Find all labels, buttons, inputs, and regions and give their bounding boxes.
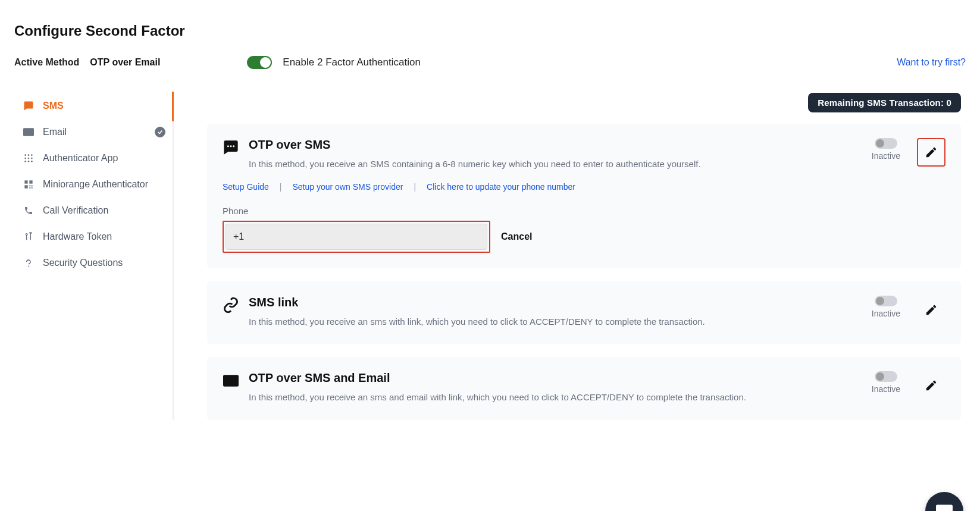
email-icon [23, 128, 35, 136]
status-text: Inactive [872, 309, 900, 318]
phone-form-group: Phone Cancel [223, 206, 945, 253]
phone-input-highlight [223, 221, 490, 253]
sidebar-item-hardware-token[interactable]: Hardware Token [14, 224, 173, 250]
sidebar-item-label: Hardware Token [43, 231, 112, 242]
svg-rect-14 [29, 187, 30, 189]
method-title: OTP over SMS and Email [249, 371, 862, 385]
svg-point-16 [26, 234, 27, 236]
sidebar-item-security-questions[interactable]: Security Questions [14, 250, 173, 276]
sidebar-item-label: Miniorange Authenticator [43, 179, 148, 190]
svg-rect-10 [29, 180, 32, 183]
status-text: Inactive [872, 151, 900, 161]
token-icon [23, 232, 35, 242]
method-active-toggle[interactable] [875, 371, 897, 382]
pencil-icon [925, 379, 938, 392]
sidebar-item-label: Call Verification [43, 205, 108, 216]
method-title: OTP over SMS [249, 138, 862, 152]
sidebar: SMS Email Authenticator App [14, 93, 174, 420]
email-icon [223, 372, 239, 389]
sidebar-item-label: Security Questions [43, 258, 123, 268]
svg-point-0 [24, 154, 26, 156]
sidebar-item-email[interactable]: Email [14, 119, 173, 145]
enable-2fa-label: Enable 2 Factor Authentication [283, 57, 421, 68]
remaining-sms-badge: Remaining SMS Transaction: 0 [808, 93, 961, 112]
method-status: Inactive [872, 371, 900, 394]
method-active-toggle[interactable] [875, 296, 897, 306]
main-content: Remaining SMS Transaction: 0 OTP over SM… [179, 93, 966, 420]
phone-icon [23, 206, 35, 215]
question-icon [23, 258, 35, 268]
method-active-toggle[interactable] [875, 138, 897, 149]
update-phone-link[interactable]: Click here to update your phone number [427, 182, 575, 192]
separator: | [280, 182, 282, 192]
svg-point-3 [24, 158, 26, 159]
method-description: In this method, you receive an sms with … [249, 315, 862, 329]
svg-point-18 [227, 145, 229, 147]
svg-point-19 [230, 145, 231, 147]
setup-own-provider-link[interactable]: Setup your own SMS provider [292, 182, 403, 192]
sidebar-item-call-verification[interactable]: Call Verification [14, 197, 173, 224]
grid-icon [23, 153, 35, 163]
chat-icon [23, 101, 35, 111]
qr-icon [23, 180, 35, 189]
enable-2fa-toggle[interactable] [247, 56, 272, 69]
method-description: In this method, you receive an SMS conta… [249, 158, 862, 171]
sidebar-item-label: Email [43, 127, 67, 137]
sidebar-item-sms[interactable]: SMS [14, 93, 173, 119]
sidebar-item-label: SMS [43, 101, 64, 111]
svg-point-20 [233, 145, 234, 147]
cancel-button[interactable]: Cancel [501, 231, 532, 242]
separator: | [414, 182, 416, 192]
active-method-label: Active Method [14, 57, 79, 68]
setup-guide-link[interactable]: Setup Guide [223, 182, 269, 192]
svg-point-1 [28, 154, 30, 156]
svg-rect-13 [32, 185, 33, 186]
active-method-value: OTP over Email [90, 57, 160, 68]
sidebar-item-miniorange-auth[interactable]: Miniorange Authenticator [14, 171, 173, 197]
sidebar-item-authenticator-app[interactable]: Authenticator App [14, 145, 173, 171]
pencil-icon [925, 146, 938, 159]
want-to-try-link[interactable]: Want to try first? [897, 57, 966, 68]
phone-input[interactable] [226, 224, 487, 250]
setup-links-row: Setup Guide | Setup your own SMS provide… [223, 182, 945, 192]
method-status: Inactive [872, 138, 900, 161]
svg-rect-9 [24, 180, 27, 183]
method-card-sms-link: SMS link In this method, you receive an … [207, 281, 961, 344]
phone-label: Phone [223, 206, 945, 216]
link-icon [223, 297, 239, 314]
method-card-otp-sms: OTP over SMS In this method, you receive… [207, 124, 961, 268]
svg-rect-11 [24, 185, 27, 188]
svg-point-8 [31, 161, 33, 162]
method-description: In this method, you receive an sms and e… [249, 391, 862, 405]
header-row: Active Method OTP over Email Enable 2 Fa… [14, 56, 966, 69]
check-icon [155, 127, 165, 137]
method-title: SMS link [249, 296, 862, 309]
svg-rect-15 [32, 187, 33, 189]
edit-button[interactable] [917, 138, 945, 167]
method-status: Inactive [872, 296, 900, 318]
pencil-icon [925, 303, 938, 316]
svg-point-2 [31, 154, 33, 156]
method-card-otp-sms-email: OTP over SMS and Email In this method, y… [207, 357, 961, 420]
edit-button[interactable] [917, 296, 945, 324]
edit-button[interactable] [917, 371, 945, 400]
chat-bubble-icon [223, 139, 239, 156]
svg-point-7 [28, 161, 30, 162]
svg-point-6 [24, 161, 26, 162]
page-title: Configure Second Factor [14, 23, 966, 39]
svg-point-4 [28, 158, 30, 159]
svg-point-17 [30, 232, 32, 234]
sidebar-item-label: Authenticator App [43, 153, 118, 164]
svg-point-5 [31, 158, 33, 159]
status-text: Inactive [872, 384, 900, 394]
svg-rect-12 [29, 185, 30, 186]
